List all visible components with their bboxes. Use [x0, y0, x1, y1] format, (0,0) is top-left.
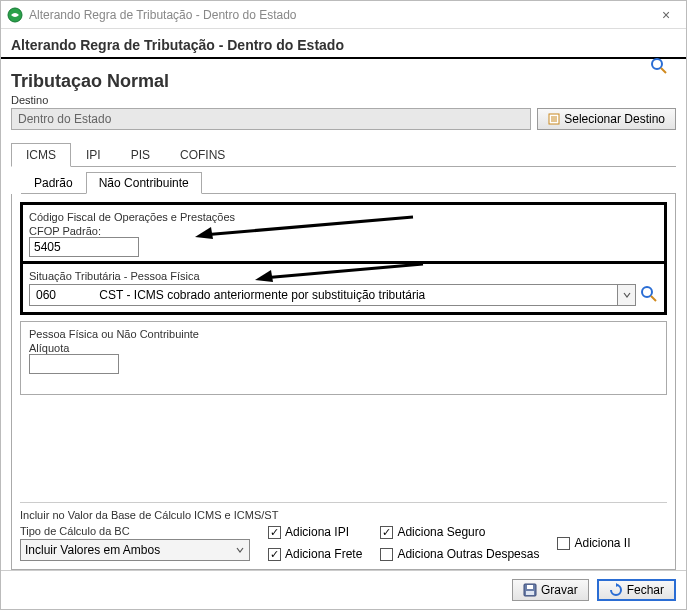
- svg-line-10: [651, 296, 656, 301]
- tab-icms[interactable]: ICMS: [11, 143, 71, 167]
- page-header: Alterando Regra de Tributação - Dentro d…: [1, 29, 686, 59]
- list-icon: [548, 113, 560, 125]
- bc-type-label: Tipo de Cálculo da BC: [20, 525, 250, 537]
- bottom-bar: Gravar Fechar: [1, 570, 686, 609]
- dest-label: Destino: [11, 94, 676, 106]
- tab-ipi[interactable]: IPI: [71, 143, 116, 167]
- chk-adiciona-frete[interactable]: ✓Adiciona Frete: [268, 547, 362, 561]
- bc-row: Tipo de Cálculo da BC Incluir Valores em…: [20, 525, 667, 561]
- app-icon: [7, 7, 23, 23]
- close-icon[interactable]: ×: [652, 7, 680, 23]
- window-root: Alterando Regra de Tributação - Dentro d…: [0, 0, 687, 610]
- svg-rect-15: [526, 591, 534, 595]
- dest-value-display: Dentro do Estado: [11, 108, 531, 130]
- chk-adiciona-outras[interactable]: Adiciona Outras Despesas: [380, 547, 539, 561]
- bc-header: Incluir no Valor da Base de Cálculo ICMS…: [20, 502, 667, 521]
- sub-tabs: Padrão Não Contribuinte: [21, 171, 676, 194]
- cfop-label: CFOP Padrão:: [29, 225, 658, 237]
- section-title: Tributaçao Normal: [11, 71, 676, 92]
- subtab-nao-contribuinte[interactable]: Não Contribuinte: [86, 172, 202, 194]
- main-tabs: ICMS IPI PIS COFINS: [11, 142, 676, 167]
- cst-combo-arrow[interactable]: [618, 284, 636, 306]
- subtab-padrao[interactable]: Padrão: [21, 172, 86, 194]
- cst-group-title: Situação Tributária - Pessoa Física: [29, 270, 658, 282]
- cfop-group-title: Código Fiscal de Operações e Prestações: [29, 211, 658, 223]
- save-button[interactable]: Gravar: [512, 579, 589, 601]
- svg-line-2: [661, 68, 666, 73]
- chk-adiciona-ipi[interactable]: ✓Adiciona IPI: [268, 525, 362, 539]
- bc-type-select[interactable]: Incluir Valores em Ambos: [20, 539, 250, 561]
- refresh-icon: [609, 583, 623, 597]
- chevron-down-icon: [235, 545, 245, 555]
- svg-rect-14: [527, 585, 533, 589]
- chk-adiciona-ii[interactable]: Adiciona II: [557, 536, 630, 550]
- aliquota-group: Pessoa Física ou Não Contribuinte Alíquo…: [20, 321, 667, 395]
- window-title: Alterando Regra de Tributação - Dentro d…: [29, 8, 652, 22]
- search-top-icon[interactable]: [650, 57, 668, 78]
- cst-combo-input[interactable]: [29, 284, 618, 306]
- cfop-input[interactable]: [29, 237, 139, 257]
- save-icon: [523, 583, 537, 597]
- tab-panel: Código Fiscal de Operações e Prestações …: [11, 194, 676, 570]
- content-area: Tributaçao Normal Destino Dentro do Esta…: [1, 59, 686, 570]
- select-destination-button[interactable]: Selecionar Destino: [537, 108, 676, 130]
- aliquota-group-title: Pessoa Física ou Não Contribuinte: [29, 328, 658, 340]
- titlebar: Alterando Regra de Tributação - Dentro d…: [1, 1, 686, 29]
- chk-adiciona-seguro[interactable]: ✓Adiciona Seguro: [380, 525, 539, 539]
- svg-point-9: [642, 287, 652, 297]
- aliquota-input[interactable]: [29, 354, 119, 374]
- highlight-box: Código Fiscal de Operações e Prestações …: [20, 202, 667, 315]
- save-button-label: Gravar: [541, 583, 578, 597]
- tab-cofins[interactable]: COFINS: [165, 143, 240, 167]
- close-button[interactable]: Fechar: [597, 579, 676, 601]
- aliquota-label: Alíquota: [29, 342, 658, 354]
- svg-point-1: [652, 59, 662, 69]
- tab-pis[interactable]: PIS: [116, 143, 165, 167]
- cst-search-icon[interactable]: [640, 285, 658, 306]
- bc-type-value: Incluir Valores em Ambos: [25, 543, 160, 557]
- close-button-label: Fechar: [627, 583, 664, 597]
- select-destination-label: Selecionar Destino: [564, 112, 665, 126]
